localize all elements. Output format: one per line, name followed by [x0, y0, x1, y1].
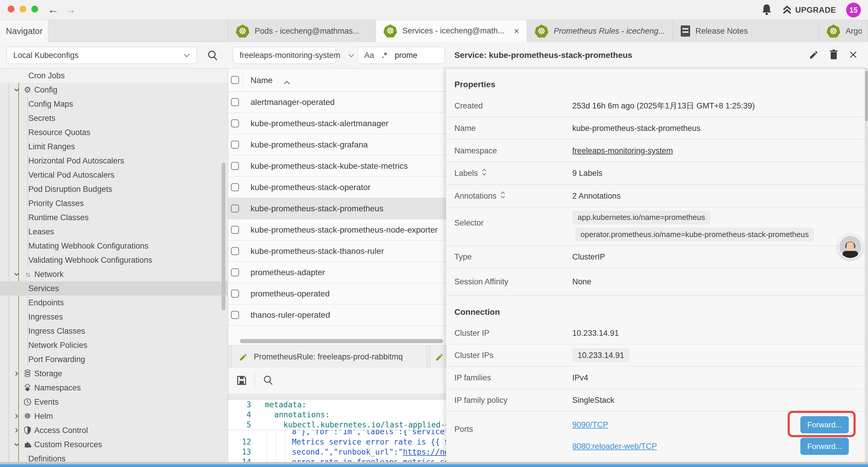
- port-link[interactable]: 8080:reloader-web/TCP: [572, 442, 657, 451]
- row-checkbox[interactable]: [231, 162, 239, 170]
- user-avatar[interactable]: [838, 234, 863, 259]
- close-tab-icon[interactable]: ×: [514, 26, 519, 36]
- row-checkbox[interactable]: [231, 268, 239, 276]
- horizontal-scrollbar[interactable]: [240, 339, 443, 343]
- sidebar-item-priority-classes[interactable]: Priority Classes: [0, 196, 228, 210]
- table-row[interactable]: prometheus-operated: [228, 283, 446, 304]
- sidebar-item-config[interactable]: ⚙Config: [0, 83, 228, 97]
- maximize-window-button[interactable]: [31, 6, 38, 12]
- sidebar-item-endpoints[interactable]: Endpoints: [0, 296, 228, 310]
- sidebar-item-horizontal-pod-autoscalers[interactable]: Horizontal Pod Autoscalers: [0, 154, 228, 168]
- forward-arrow-icon[interactable]: →: [64, 4, 77, 16]
- row-checkbox[interactable]: [231, 98, 239, 106]
- sidebar-item-validating-webhook-configurations[interactable]: Validating Webhook Configurations: [0, 253, 228, 267]
- sidebar-item-ingress-classes[interactable]: Ingress Classes: [0, 324, 228, 338]
- list-header[interactable]: Name: [228, 68, 446, 92]
- tab-label: Release Notes: [695, 27, 748, 36]
- editor-search-icon[interactable]: [262, 375, 274, 387]
- namespace-selector[interactable]: freeleaps-monitoring-system: [233, 47, 336, 64]
- chevron-down-icon[interactable]: [13, 87, 20, 93]
- tab-argo[interactable]: ☸Argo Se: [819, 20, 868, 42]
- sidebar-scrollbar[interactable]: [222, 163, 225, 310]
- editor-tab-prometheusrule[interactable]: PrometheusRule: freeleaps-prod-rabbitmq: [231, 346, 427, 368]
- table-row[interactable]: alertmanager-operated: [228, 92, 446, 113]
- select-all-checkbox[interactable]: [231, 76, 239, 84]
- name-column-header[interactable]: Name: [251, 76, 273, 85]
- regex-icon[interactable]: .*: [382, 51, 387, 60]
- kubeconfig-selector[interactable]: Local Kubeconfigs: [6, 47, 197, 64]
- sidebar-item-mutating-webhook-configurations[interactable]: Mutating Webhook Configurations: [0, 239, 228, 253]
- sidebar-item-leases[interactable]: Leases: [0, 225, 228, 239]
- edit-pencil-icon[interactable]: [809, 50, 819, 61]
- delete-trash-icon[interactable]: [829, 49, 838, 61]
- namespace-link[interactable]: freeleaps-monitoring-system: [572, 146, 673, 155]
- table-row[interactable]: prometheus-adapter: [228, 262, 446, 283]
- match-case-icon[interactable]: Aa: [364, 51, 374, 60]
- sidebar-item-network[interactable]: ↑↓Network: [0, 267, 228, 282]
- sidebar-item-runtime-classes[interactable]: Runtime Classes: [0, 210, 228, 225]
- forward-button[interactable]: Forward...: [800, 438, 849, 455]
- sidebar-item-access-control[interactable]: Access Control: [0, 423, 228, 437]
- port-link[interactable]: 9090/TCP: [572, 420, 608, 430]
- table-row[interactable]: kube-prometheus-stack-alertmanager: [228, 113, 446, 134]
- tab-release[interactable]: Release Notes: [673, 20, 819, 42]
- table-row[interactable]: kube-prometheus-stack-thanos-ruler: [228, 241, 446, 262]
- expand-toggle-icon[interactable]: [500, 191, 505, 201]
- table-row[interactable]: kube-prometheus-stack-prometheus: [228, 198, 446, 219]
- sidebar-item-pod-disruption-budgets[interactable]: Pod Disruption Budgets: [0, 182, 228, 196]
- close-window-button[interactable]: [8, 6, 14, 12]
- upgrade-button[interactable]: UPGRADE: [782, 5, 836, 15]
- notification-badge[interactable]: 15: [846, 3, 861, 18]
- chevron-right-icon[interactable]: [13, 370, 20, 377]
- sidebar-item-vertical-pod-autoscalers[interactable]: Vertical Pod Autoscalers: [0, 168, 228, 182]
- table-row[interactable]: kube-prometheus-stack-grafana: [228, 134, 446, 155]
- row-checkbox[interactable]: [231, 141, 239, 149]
- sidebar-search-icon[interactable]: [207, 50, 219, 63]
- sidebar-item-port-forwarding[interactable]: Port Forwarding: [0, 352, 228, 367]
- chevron-right-icon[interactable]: [13, 427, 20, 434]
- bell-icon[interactable]: [761, 4, 772, 17]
- table-row[interactable]: kube-prometheus-stack-kube-state-metrics: [228, 155, 446, 177]
- row-checkbox[interactable]: [231, 311, 239, 319]
- row-checkbox[interactable]: [231, 119, 239, 127]
- details-scrollbar[interactable]: [865, 68, 868, 467]
- sidebar-item-namespaces[interactable]: Namespaces: [0, 381, 228, 395]
- sidebar-item-services[interactable]: Services: [0, 282, 228, 296]
- chevron-right-icon[interactable]: [13, 413, 20, 419]
- sidebar-item-cron-jobs[interactable]: Cron Jobs: [0, 68, 228, 83]
- back-arrow-icon[interactable]: ←: [47, 4, 60, 16]
- expand-toggle-icon[interactable]: [482, 169, 487, 178]
- row-checkbox[interactable]: [231, 205, 239, 212]
- forward-button[interactable]: Forward...: [800, 416, 849, 433]
- kubernetes-icon: ☸: [827, 25, 840, 37]
- save-icon[interactable]: [236, 375, 247, 387]
- sidebar-item-events[interactable]: Events: [0, 395, 228, 409]
- sidebar-item-custom-resources[interactable]: Custom Resources: [0, 437, 228, 451]
- editor-tab-next-partial[interactable]: [430, 346, 446, 368]
- tab-prometheus[interactable]: ☸Prometheus Rules - icecheng...: [527, 20, 673, 42]
- row-checkbox[interactable]: [231, 183, 239, 191]
- chevron-down-icon[interactable]: [13, 441, 20, 448]
- close-panel-icon[interactable]: [848, 50, 858, 61]
- sidebar-item-helm[interactable]: ☸Helm: [0, 409, 228, 423]
- sidebar-item-ingresses[interactable]: Ingresses: [0, 310, 228, 324]
- chevron-down-icon[interactable]: [13, 271, 20, 278]
- sidebar-item-limit-ranges[interactable]: Limit Ranges: [0, 140, 228, 154]
- row-checkbox[interactable]: [231, 247, 239, 255]
- sidebar-item-secrets[interactable]: Secrets: [0, 111, 228, 125]
- yaml-editor[interactable]: 3metadata:4annotations:5kubectl.kubernet…: [228, 400, 446, 467]
- tab-services[interactable]: ☸Services - icecheng@math...×: [376, 20, 527, 42]
- table-row[interactable]: thanos-ruler-operated: [228, 304, 446, 326]
- tab-navigator[interactable]: Navigator: [0, 20, 48, 42]
- name-filter-input[interactable]: [395, 51, 439, 60]
- row-checkbox[interactable]: [231, 226, 239, 234]
- sidebar-item-storage[interactable]: Storage: [0, 367, 228, 381]
- sidebar-item-network-policies[interactable]: Network Policies: [0, 338, 228, 352]
- table-row[interactable]: kube-prometheus-stack-prometheus-node-ex…: [228, 219, 446, 241]
- row-checkbox[interactable]: [231, 290, 239, 298]
- minimize-window-button[interactable]: [20, 6, 26, 12]
- sidebar-item-config-maps[interactable]: Config Maps: [0, 97, 228, 111]
- table-row[interactable]: kube-prometheus-stack-operator: [228, 177, 446, 198]
- sidebar-item-resource-quotas[interactable]: Resource Quotas: [0, 125, 228, 140]
- tab-pods[interactable]: ☸Pods - icecheng@mathmas...: [228, 20, 376, 42]
